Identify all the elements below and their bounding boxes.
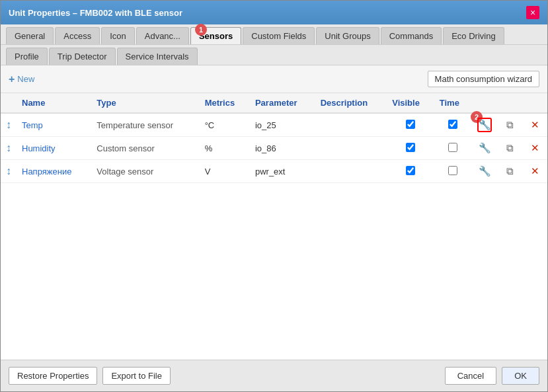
sensor-metrics-temp: °C [200,113,250,137]
time-checkbox-humidity[interactable] [448,143,457,152]
tab-sensors[interactable]: 1 Sensors [190,27,241,44]
sensor-type-humidity: Custom sensor [91,137,199,160]
ok-button[interactable]: OK [502,367,539,385]
visible-checkbox-temp[interactable] [406,120,415,129]
delete-cell-voltage: ✕ [522,160,547,183]
cancel-button[interactable]: Cancel [445,367,496,385]
table-row: ↕ Напряжение Voltage sensor V pwr_ext [1,160,547,183]
configure-button-voltage[interactable]: 🔧 [477,164,492,178]
sensor-name-temp: Temp [17,113,91,137]
col-description: Description [315,93,387,113]
sensor-description-voltage [315,160,387,183]
time-checkbox-voltage[interactable] [448,166,457,175]
sensor-time-voltage [434,160,472,183]
copy-cell-humidity: ⧉ [497,137,522,160]
dialog-title: Unit Properties – FMB002 with BLE sensor [9,8,182,18]
visible-checkbox-humidity[interactable] [406,143,415,152]
sensor-name-humidity: Humidity [17,137,91,160]
title-bar: Unit Properties – FMB002 with BLE sensor… [1,1,547,24]
sort-arrows-icon[interactable]: ↕ [6,121,11,128]
sensor-visible-voltage [387,160,434,183]
unit-properties-dialog: Unit Properties – FMB002 with BLE sensor… [0,0,548,392]
col-time: Time [434,93,472,113]
copy-cell-voltage: ⧉ [497,160,522,183]
restore-properties-button[interactable]: Restore Properties [9,367,97,385]
sensor-metrics-voltage: V [200,160,250,183]
table-row: ↕ Humidity Custom sensor % io_86 [1,137,547,160]
sensors-badge: 1 [195,24,207,36]
sensor-name-voltage: Напряжение [17,160,91,183]
visible-checkbox-voltage[interactable] [406,166,415,175]
configure-button-temp[interactable]: 🔧 [477,118,492,132]
new-label: New [17,74,34,84]
sensor-description-temp [315,113,387,137]
sort-arrows-icon[interactable]: ↕ [6,167,11,175]
tab-commands[interactable]: Commands [381,27,442,44]
delete-button-humidity[interactable]: ✕ [528,141,542,155]
tab-icon[interactable]: Icon [101,27,135,44]
tab-access[interactable]: Access [55,27,100,44]
sort-arrows-icon[interactable]: ↕ [6,144,11,151]
sensor-visible-humidity [387,137,434,160]
col-sort [1,93,17,113]
delete-button-temp[interactable]: ✕ [528,118,542,132]
delete-cell-temp: ✕ [522,113,547,137]
sensor-metrics-humidity: % [200,137,250,160]
footer-right: Cancel OK [445,367,539,385]
tab-trip-detector[interactable]: Trip Detector [49,48,116,65]
math-wizard-button[interactable]: Math consumption wizard [428,71,539,87]
sensors-table-container: Name Type Metrics Parameter Description … [1,93,547,360]
copy-cell-temp: ⧉ [497,113,522,137]
wrench-cell-humidity: 🔧 [472,137,497,160]
sensor-type-temp: Temperature sensor [91,113,199,137]
delete-button-voltage[interactable]: ✕ [528,164,542,178]
footer: Restore Properties Export to File Cancel… [1,360,547,391]
sensor-parameter-voltage: pwr_ext [250,160,315,183]
tabs-row1: General Access Icon Advanc... 1 Sensors … [1,24,547,45]
configure-button-humidity[interactable]: 🔧 [477,141,492,155]
sensor-description-humidity [315,137,387,160]
wrench-cell-voltage: 🔧 [472,160,497,183]
copy-button-temp[interactable]: ⧉ [502,118,517,132]
sensor-type-voltage: Voltage sensor [91,160,199,183]
tabs-row2: Profile Trip Detector Service Intervals [1,45,547,65]
sensor-visible-temp [387,113,434,137]
col-parameter: Parameter [250,93,315,113]
tab-service-intervals[interactable]: Service Intervals [117,48,198,65]
delete-cell-humidity: ✕ [522,137,547,160]
sort-icon-cell: ↕ [1,160,17,183]
col-visible: Visible [387,93,434,113]
close-button[interactable]: × [526,6,539,19]
tab-general[interactable]: General [6,27,54,44]
tab-custom-fields[interactable]: Custom Fields [243,27,315,44]
tab-advanced[interactable]: Advanc... [136,27,189,44]
sort-icon-cell: ↕ [1,137,17,160]
tab-unit-groups[interactable]: Unit Groups [316,27,379,44]
export-to-file-button[interactable]: Export to File [102,367,171,385]
plus-icon: + [9,73,15,85]
sensor-time-humidity [434,137,472,160]
sensor-parameter-humidity: io_86 [250,137,315,160]
new-button[interactable]: + New [9,73,34,85]
wrench-cell-temp: 2 🔧 [472,113,497,137]
footer-left: Restore Properties Export to File [9,367,171,385]
sensor-parameter-temp: io_25 [250,113,315,137]
col-name: Name [17,93,91,113]
col-copy [497,93,522,113]
sort-icon-cell: ↕ [1,113,17,137]
table-row: ↕ Temp Temperature sensor °C io_25 [1,113,547,137]
col-delete [522,93,547,113]
col-type: Type [91,93,199,113]
col-wrench [472,93,497,113]
tab-eco-driving[interactable]: Eco Driving [443,27,504,44]
copy-button-voltage[interactable]: ⧉ [502,164,517,178]
time-checkbox-temp[interactable] [448,120,457,129]
copy-button-humidity[interactable]: ⧉ [502,141,517,155]
col-metrics: Metrics [200,93,250,113]
tab-profile[interactable]: Profile [6,48,48,65]
sensors-table: Name Type Metrics Parameter Description … [1,93,547,183]
sensor-time-temp [434,113,472,137]
toolbar: + New Math consumption wizard [1,65,547,93]
